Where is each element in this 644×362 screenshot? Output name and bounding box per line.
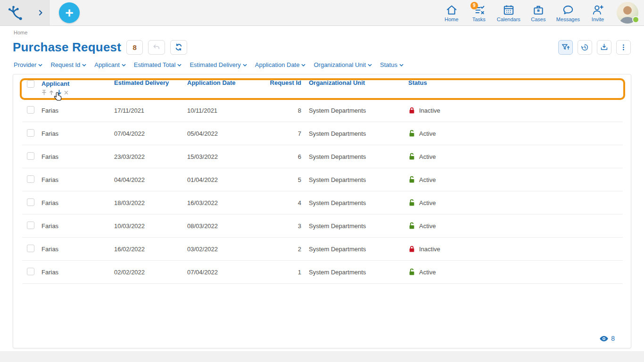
- user-avatar[interactable]: [617, 2, 638, 24]
- status-cell: Active: [401, 268, 623, 276]
- application-date-cell: 05/04/2022: [187, 130, 263, 137]
- table-row[interactable]: Farias 04/04/2022 01/04/2022 5 System De…: [22, 168, 623, 191]
- row-checkbox[interactable]: [27, 222, 34, 229]
- history-icon: [580, 43, 589, 52]
- add-record-button[interactable]: +: [59, 2, 80, 23]
- filter-status[interactable]: Status: [380, 61, 404, 68]
- applicant-cell: Farias: [41, 199, 114, 206]
- more-options-button[interactable]: [616, 40, 631, 55]
- request-id-cell: 2: [263, 246, 301, 253]
- pin-column-icon[interactable]: [41, 90, 47, 95]
- breadcrumb[interactable]: Home: [0, 26, 644, 35]
- row-checkbox[interactable]: [27, 245, 34, 252]
- status-label: Active: [419, 222, 436, 230]
- undo-button[interactable]: [148, 40, 165, 55]
- applicant-cell: Farias: [41, 153, 114, 160]
- column-header-estimated-delivery[interactable]: Estimated Delivery: [114, 79, 187, 86]
- home-icon: [446, 4, 458, 16]
- select-all-checkbox[interactable]: [27, 80, 34, 88]
- nav-invite[interactable]: Invite: [588, 4, 607, 22]
- status-cell: Active: [401, 130, 623, 137]
- application-date-cell: 15/03/2022: [187, 153, 263, 160]
- column-header-organizational-unit[interactable]: Organizational Unit: [301, 79, 401, 86]
- table-row[interactable]: Farias 16/02/2022 03/02/2022 2 System De…: [22, 238, 623, 261]
- filter-application-date[interactable]: Application Date: [255, 61, 306, 68]
- filter-estimated-delivery[interactable]: Estimated Delivery: [190, 61, 247, 68]
- refresh-button[interactable]: [170, 40, 187, 55]
- estimated-delivery-cell: 07/04/2022: [114, 130, 187, 137]
- nav-cases[interactable]: Cases: [529, 4, 548, 22]
- table-row[interactable]: Farias 02/02/2022 07/04/2022 1 System De…: [22, 261, 623, 284]
- table-row[interactable]: Farias 10/03/2022 08/03/2022 3 System De…: [22, 214, 623, 238]
- expand-sidebar-icon[interactable]: [38, 10, 43, 16]
- lock-closed-icon: [408, 107, 415, 114]
- online-status-dot: [632, 16, 639, 23]
- application-date-cell: 07/04/2022: [187, 269, 263, 276]
- remove-column-icon[interactable]: [64, 90, 68, 95]
- application-date-cell: 08/03/2022: [187, 222, 263, 230]
- nav-label: Tasks: [472, 16, 486, 22]
- nav-messages[interactable]: Messages: [556, 4, 580, 22]
- nav-home[interactable]: Home: [442, 4, 461, 22]
- refresh-icon: [174, 43, 183, 51]
- organizational-unit-cell: System Departments: [301, 222, 401, 230]
- row-checkbox[interactable]: [27, 198, 34, 206]
- column-header-status[interactable]: Status: [401, 79, 623, 86]
- table-row[interactable]: Farias 17/11/2021 10/11/2021 8 System De…: [22, 99, 623, 122]
- page-header: Purchase Request 8: [13, 38, 644, 56]
- status-label: Active: [419, 176, 436, 183]
- status-label: Active: [419, 153, 436, 160]
- chevron-down-icon: [243, 64, 247, 66]
- nav-label: Invite: [592, 16, 604, 22]
- row-checkbox[interactable]: [27, 129, 34, 137]
- lock-open-icon: [408, 176, 415, 183]
- row-checkbox[interactable]: [27, 106, 34, 114]
- main-content: Home Purchase Request 8: [0, 26, 644, 351]
- lock-open-icon: [408, 222, 415, 230]
- estimated-delivery-cell: 04/04/2022: [114, 176, 187, 183]
- nav-tasks[interactable]: 9 Tasks: [470, 4, 488, 22]
- tasks-badge: 9: [471, 2, 478, 9]
- column-header-applicant[interactable]: Applicant: [41, 79, 114, 96]
- table-row[interactable]: Farias 18/03/2022 16/03/2022 4 System De…: [22, 191, 623, 214]
- table-row[interactable]: Farias 07/04/2022 05/04/2022 7 System De…: [22, 122, 623, 145]
- request-id-cell: 1: [263, 269, 301, 276]
- status-cell: Active: [401, 199, 623, 206]
- estimated-delivery-cell: 18/03/2022: [114, 199, 187, 206]
- organizational-unit-cell: System Departments: [301, 130, 401, 137]
- request-id-cell: 8: [263, 107, 301, 114]
- status-label: Active: [419, 130, 436, 137]
- application-date-cell: 16/03/2022: [187, 199, 263, 206]
- column-header-request-id[interactable]: Request Id: [263, 79, 301, 86]
- filter-funnel-icon: [561, 43, 570, 52]
- app-logo-icon[interactable]: [8, 5, 23, 20]
- filter-estimated-total[interactable]: Estimated Total: [134, 61, 182, 68]
- filter-request-id[interactable]: Request Id: [50, 61, 86, 68]
- lock-open-icon: [408, 130, 415, 137]
- chevron-down-icon: [301, 64, 305, 66]
- organizational-unit-cell: System Departments: [301, 199, 401, 206]
- filter-applicant[interactable]: Applicant: [94, 61, 125, 68]
- nav-calendars[interactable]: Calendars: [497, 4, 520, 22]
- application-date-cell: 10/11/2021: [187, 107, 263, 114]
- chevron-down-icon: [368, 64, 372, 66]
- applicant-cell: Farias: [41, 222, 114, 230]
- sidebar-header: [0, 0, 50, 25]
- eye-icon: [600, 336, 608, 342]
- visible-count: 8: [611, 335, 615, 342]
- nav-label: Cases: [531, 16, 545, 22]
- column-header-application-date[interactable]: Application Date: [187, 79, 263, 86]
- undo-icon: [152, 43, 161, 51]
- row-checkbox[interactable]: [27, 175, 34, 183]
- export-button[interactable]: [597, 40, 611, 55]
- filter-provider[interactable]: Provider: [14, 61, 42, 68]
- row-checkbox[interactable]: [27, 268, 34, 275]
- row-checkbox[interactable]: [27, 152, 34, 160]
- applicant-cell: Farias: [41, 246, 114, 253]
- table-row[interactable]: Farias 23/03/2022 15/03/2022 6 System De…: [22, 145, 623, 168]
- filter-sort-button[interactable]: [558, 40, 573, 55]
- status-cell: Active: [401, 176, 623, 183]
- history-button[interactable]: [578, 40, 592, 55]
- filter-organizational-unit[interactable]: Organizational Unit: [314, 61, 372, 68]
- calendar-icon: [503, 4, 515, 16]
